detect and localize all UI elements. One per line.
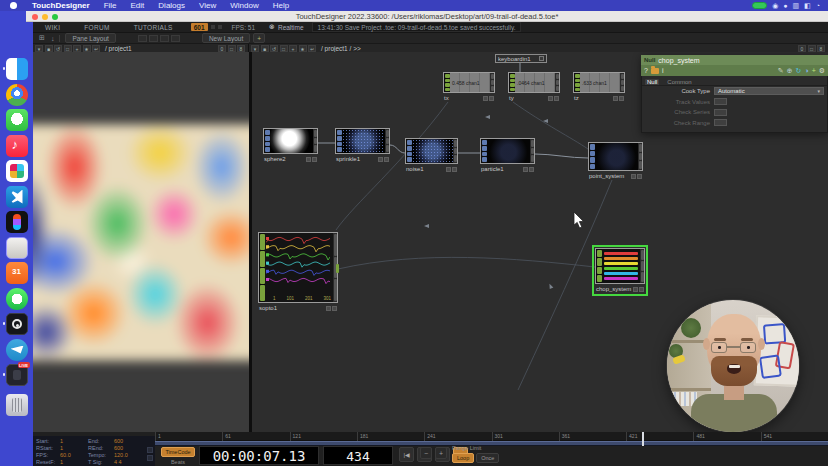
menu-item-dialogs[interactable]: Dialogs: [151, 1, 192, 10]
node-toggle[interactable]: [446, 167, 451, 172]
flag[interactable]: [260, 251, 265, 267]
layout-preset-button[interactable]: [149, 35, 158, 42]
pane-header-display-icon-2[interactable]: 8: [817, 45, 825, 52]
pane-header-icon-3[interactable]: □: [64, 45, 72, 52]
flag[interactable]: [260, 234, 265, 250]
save-layout-icon[interactable]: ↓: [51, 35, 55, 42]
flag[interactable]: [510, 88, 515, 92]
flag[interactable]: [590, 164, 595, 170]
realtime-toggle[interactable]: ⊗ Realtime: [269, 23, 304, 31]
flag[interactable]: [334, 234, 337, 256]
pane-header-icon-5[interactable]: ★: [83, 45, 91, 52]
flag[interactable]: [491, 74, 494, 79]
flag[interactable]: [454, 140, 457, 147]
menu-item-file[interactable]: File: [97, 1, 124, 10]
pane-header-icon-1[interactable]: ■: [261, 45, 269, 52]
flag[interactable]: [597, 267, 602, 274]
pane-header-display-icon-1[interactable]: □: [228, 45, 236, 52]
node-toggle[interactable]: [326, 306, 331, 311]
flag[interactable]: [445, 83, 450, 87]
folder-icon[interactable]: [651, 68, 659, 74]
flag[interactable]: [491, 86, 494, 91]
flag[interactable]: [597, 275, 602, 282]
pane-header-icon-6[interactable]: ↵: [308, 45, 316, 52]
node-keyboardin1[interactable]: keyboardin1: [495, 54, 547, 63]
layout-grid-icon[interactable]: ⊞: [39, 34, 45, 42]
flag[interactable]: [491, 80, 494, 85]
increment-button[interactable]: +: [435, 447, 447, 459]
flag[interactable]: [407, 140, 412, 145]
flag[interactable]: [386, 138, 389, 145]
flag[interactable]: [639, 161, 642, 169]
output-connector[interactable]: [336, 264, 339, 273]
flag[interactable]: [314, 130, 317, 137]
node-toggle[interactable]: [633, 287, 638, 292]
node-toggle[interactable]: [483, 96, 488, 101]
node-toggle[interactable]: [523, 167, 528, 172]
status-icon-display[interactable]: ▥: [793, 2, 800, 9]
flag[interactable]: [597, 258, 602, 265]
node-chop_system[interactable]: chop_system: [595, 248, 645, 293]
flag[interactable]: [556, 86, 559, 91]
status-icon-globe[interactable]: ◉: [772, 2, 778, 9]
flag[interactable]: [337, 130, 342, 135]
node-sprinkle1[interactable]: sprinkle1: [335, 128, 390, 163]
dock-item-telegram[interactable]: [6, 339, 28, 361]
node-body[interactable]: [588, 142, 643, 171]
language-icon[interactable]: ◑: [804, 67, 808, 74]
pane-header-icon-4[interactable]: +: [289, 45, 297, 52]
flag[interactable]: [445, 74, 450, 78]
flag[interactable]: [575, 79, 580, 83]
node-toggle[interactable]: [619, 96, 624, 101]
wire-sopto1-to-chop_system[interactable]: [338, 257, 595, 269]
param-tab-common[interactable]: Common: [665, 79, 693, 85]
gear-icon[interactable]: ⚙: [819, 67, 825, 74]
playhead-marker[interactable]: [642, 432, 644, 446]
param-menu-0[interactable]: Automatic▾: [714, 87, 824, 95]
status-icon-battery[interactable]: ◧: [804, 2, 811, 9]
pane-header-icon-6[interactable]: ↵: [92, 45, 100, 52]
param-toggle-1[interactable]: [714, 98, 727, 105]
node-right-flags[interactable]: [385, 129, 389, 153]
dock-item-live-app[interactable]: LIVE: [6, 364, 28, 386]
node-right-flags[interactable]: [530, 139, 534, 163]
dock-item-touchdesigner[interactable]: [6, 313, 28, 335]
node-body[interactable]: [263, 128, 318, 154]
param-toggle-3[interactable]: [714, 119, 727, 126]
flag[interactable]: [575, 88, 580, 92]
flag[interactable]: [621, 80, 624, 85]
node-toggle[interactable]: [332, 306, 337, 311]
wire-sprinkle1-to-noise1[interactable]: [390, 145, 405, 153]
node-toggle[interactable]: [637, 174, 642, 179]
dock-item-whatsapp[interactable]: [6, 288, 28, 310]
flag[interactable]: [575, 83, 580, 87]
toolbar-link-forum[interactable]: FORUM: [72, 24, 121, 31]
node-right-flags[interactable]: [453, 139, 457, 163]
node-toggle[interactable]: [554, 96, 559, 101]
flag[interactable]: [590, 157, 595, 163]
pane-layout-menu[interactable]: Pane Layout: [65, 33, 116, 43]
dock-item-music[interactable]: [6, 135, 28, 157]
node-body[interactable]: [480, 138, 535, 164]
layout-preset-button[interactable]: [160, 35, 169, 42]
link-icon[interactable]: ⊕: [787, 67, 793, 74]
node-toggle[interactable]: [384, 157, 389, 162]
flag[interactable]: [641, 250, 644, 260]
menu-item-edit[interactable]: Edit: [124, 1, 152, 10]
node-toggle[interactable]: [312, 157, 317, 162]
flag[interactable]: [265, 130, 270, 135]
pane-header-icon-0[interactable]: ▾: [35, 45, 43, 52]
flag[interactable]: [337, 147, 342, 152]
wire-particle1-to-point_system[interactable]: [535, 154, 588, 158]
flag[interactable]: [482, 152, 487, 157]
help-icon[interactable]: ?: [644, 67, 648, 74]
node-toggle[interactable]: [631, 174, 636, 179]
node-right-flags[interactable]: [640, 249, 644, 283]
node-toggle[interactable]: [489, 96, 494, 101]
pane-header-icon-0[interactable]: ▾: [251, 45, 259, 52]
node-tz[interactable]: .633 chan1tz: [573, 72, 625, 102]
flag[interactable]: [482, 157, 487, 162]
viewer-pane-path[interactable]: / project1: [105, 45, 132, 52]
window-titlebar[interactable]: TouchDesigner 2022.33600: /Users/rikloma…: [26, 11, 828, 22]
add-icon[interactable]: +: [812, 67, 816, 74]
